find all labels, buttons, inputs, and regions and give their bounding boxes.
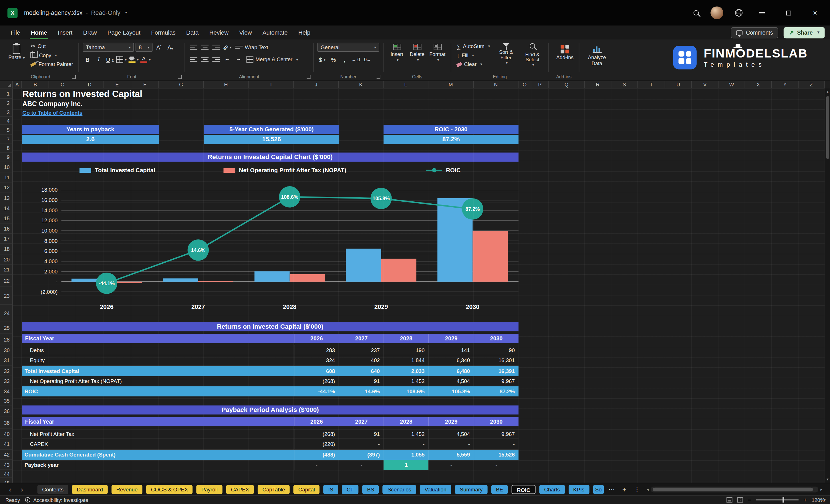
row-header-33[interactable]: 33 bbox=[0, 376, 12, 386]
row-header-2[interactable]: 2 bbox=[0, 99, 12, 108]
comma-style-button[interactable]: , bbox=[340, 55, 350, 64]
row-header-31[interactable]: 31 bbox=[0, 355, 12, 366]
sheet-tab-captable[interactable]: CapTable bbox=[258, 484, 290, 494]
cell[interactable]: - bbox=[339, 439, 384, 449]
row-header-24[interactable]: 24 bbox=[0, 305, 12, 322]
cell[interactable]: 190 bbox=[384, 345, 428, 355]
column-header-Y[interactable]: Y bbox=[772, 81, 799, 88]
cell[interactable]: 6,480 bbox=[428, 366, 474, 376]
cell[interactable]: 15,526 bbox=[474, 449, 518, 460]
year-header[interactable]: 2027 bbox=[339, 334, 384, 343]
zoom-in-button[interactable]: + bbox=[803, 497, 807, 503]
cell[interactable]: (268) bbox=[294, 429, 339, 439]
row-header-32[interactable]: 32 bbox=[0, 366, 12, 376]
row-header-34[interactable]: 34 bbox=[0, 386, 12, 396]
cell[interactable]: 4,504 bbox=[428, 376, 474, 386]
column-header-S[interactable]: S bbox=[611, 81, 638, 88]
column-header-N[interactable]: N bbox=[474, 81, 518, 88]
column-header-Q[interactable]: Q bbox=[549, 81, 584, 88]
row-header-21[interactable]: 21 bbox=[0, 264, 12, 275]
percent-style-button[interactable]: % bbox=[329, 55, 338, 64]
italic-button[interactable]: I bbox=[94, 55, 103, 64]
row-header-1[interactable]: 1 bbox=[0, 89, 12, 99]
tab-scroll-left-icon[interactable]: ‹ bbox=[4, 485, 16, 493]
cell[interactable]: 324 bbox=[294, 355, 339, 365]
format-cells-button[interactable]: Format▾ bbox=[428, 41, 447, 73]
column-header-Z[interactable]: Z bbox=[799, 81, 825, 88]
sheet-tab-bs[interactable]: BS bbox=[362, 484, 379, 494]
cell[interactable]: 105.8% bbox=[428, 386, 474, 397]
cell[interactable]: 16,301 bbox=[474, 355, 518, 365]
cell[interactable]: 1,452 bbox=[384, 376, 428, 386]
cell[interactable]: 9,967 bbox=[474, 429, 518, 439]
cell[interactable]: 608 bbox=[294, 366, 339, 376]
grid-area[interactable]: Returns on Invested Capital ABC Company … bbox=[13, 89, 825, 483]
cell[interactable]: 283 bbox=[294, 345, 339, 355]
row-header-5[interactable]: 5 bbox=[0, 125, 12, 135]
cell[interactable]: - bbox=[428, 439, 474, 449]
wrap-text-button[interactable]: Wrap Text bbox=[234, 43, 270, 52]
sheet-tab-summary[interactable]: Summary bbox=[455, 484, 487, 494]
hscroll-right-icon[interactable]: ▸ bbox=[820, 487, 822, 492]
year-header[interactable]: 2029 bbox=[428, 417, 474, 426]
insert-cells-button[interactable]: Insert▾ bbox=[387, 41, 407, 73]
ribbon-tab-automate[interactable]: Automate bbox=[257, 26, 293, 39]
vertical-scrollbar-thumb[interactable] bbox=[826, 96, 829, 159]
sheet-tab-roic[interactable]: ROIC bbox=[512, 484, 536, 494]
align-bottom-button[interactable] bbox=[211, 43, 221, 52]
sheet-tab-charts[interactable]: Charts bbox=[539, 484, 565, 494]
cell[interactable]: 1,452 bbox=[384, 429, 428, 439]
decrease-font-button[interactable]: A▾ bbox=[165, 43, 175, 52]
column-header-V[interactable]: V bbox=[692, 81, 719, 88]
collapse-ribbon-icon[interactable]: ▾ bbox=[823, 497, 826, 503]
cell[interactable]: (397) bbox=[339, 449, 384, 460]
alignment-dialog-launcher[interactable] bbox=[307, 75, 310, 79]
row-header-35[interactable]: 35 bbox=[0, 397, 12, 406]
align-middle-button[interactable] bbox=[200, 43, 210, 52]
column-header-A[interactable]: A bbox=[13, 81, 22, 88]
sort-filter-button[interactable]: Sort & Filter▾ bbox=[493, 41, 518, 73]
column-header-W[interactable]: W bbox=[719, 81, 745, 88]
scroll-down-icon[interactable]: ▾ bbox=[825, 477, 830, 482]
column-header-C[interactable]: C bbox=[49, 81, 76, 88]
sheet-tab-contents[interactable]: Contents bbox=[37, 484, 68, 494]
row-header-38[interactable]: 38 bbox=[0, 417, 12, 429]
ribbon-tab-draw[interactable]: Draw bbox=[78, 26, 102, 39]
ribbon-tab-page-layout[interactable]: Page Layout bbox=[102, 26, 146, 39]
column-header-X[interactable]: X bbox=[745, 81, 772, 88]
increase-font-button[interactable]: A▴ bbox=[154, 43, 164, 52]
underline-button[interactable]: U▾ bbox=[105, 55, 115, 64]
row-header-10[interactable]: 10 bbox=[0, 162, 12, 172]
cell[interactable]: 2,033 bbox=[384, 366, 428, 376]
year-header[interactable]: 2026 bbox=[294, 417, 339, 426]
row-header-15[interactable]: 15 bbox=[0, 213, 12, 223]
paste-button[interactable]: Paste▾ bbox=[6, 41, 27, 73]
cell[interactable]: - bbox=[474, 460, 518, 470]
year-header[interactable]: 2027 bbox=[339, 417, 384, 426]
cell[interactable]: 402 bbox=[339, 355, 384, 365]
align-right-button[interactable] bbox=[211, 55, 221, 64]
find-select-button[interactable]: Find & Select▾ bbox=[520, 41, 545, 73]
align-left-button[interactable] bbox=[189, 55, 198, 64]
row-header-13[interactable]: 13 bbox=[0, 193, 12, 203]
column-header-D[interactable]: D bbox=[76, 81, 103, 88]
column-header-J[interactable]: J bbox=[294, 81, 339, 88]
cell[interactable]: - bbox=[428, 460, 474, 470]
increase-decimal-button[interactable]: ←.0 bbox=[351, 55, 361, 64]
clipboard-dialog-launcher[interactable] bbox=[72, 75, 76, 79]
analyze-data-button[interactable]: Analyze Data bbox=[583, 41, 611, 66]
sheet-tab-capital[interactable]: Capital bbox=[293, 484, 320, 494]
hscroll-left-icon[interactable]: ◂ bbox=[646, 487, 648, 492]
row-header-23[interactable]: 23 bbox=[0, 287, 12, 305]
page-break-view-button[interactable] bbox=[737, 497, 743, 503]
column-header-M[interactable]: M bbox=[428, 81, 474, 88]
row-header-20[interactable]: 20 bbox=[0, 255, 12, 264]
column-header-K[interactable]: K bbox=[339, 81, 384, 88]
sheet-tab-capex[interactable]: CAPEX bbox=[226, 484, 254, 494]
cell[interactable]: 1,055 bbox=[384, 449, 428, 460]
row-header-12[interactable]: 12 bbox=[0, 183, 12, 193]
year-header[interactable]: 2028 bbox=[384, 334, 428, 343]
sheet-tab-scenarios[interactable]: Scenarios bbox=[383, 484, 416, 494]
align-top-button[interactable] bbox=[189, 43, 198, 52]
ribbon-tab-data[interactable]: Data bbox=[181, 26, 204, 39]
